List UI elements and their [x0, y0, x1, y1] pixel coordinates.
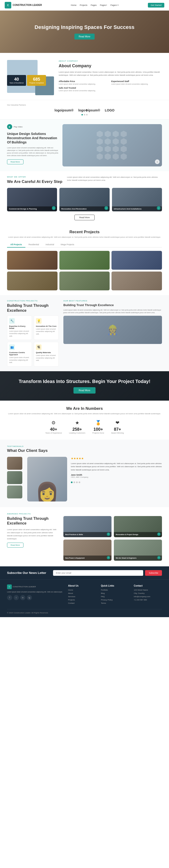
footer-quick-2[interactable]: Blog	[101, 592, 129, 594]
partner-logo-3: LOGO	[105, 108, 114, 112]
offer-grid: Commercial Design & Planning + Renovatio…	[7, 188, 162, 211]
awarded-card-1-btn[interactable]: +	[107, 532, 110, 536]
testimonial-dot-3[interactable]	[76, 482, 78, 483]
footer-bottom: © 2024 Construction Leader. All Rights R…	[7, 609, 162, 614]
number-item-4: ❤ 87+ Award Winning	[111, 420, 124, 434]
footer-contact-1: 123 Street Name	[134, 589, 162, 591]
stat-years: 40 Years of Excellence	[7, 75, 26, 86]
feature-card-4-title: Quality Materials	[36, 351, 57, 353]
hero-cta-button[interactable]: Read More	[74, 34, 94, 39]
footer-contact-email[interactable]: info@company.com	[134, 595, 162, 598]
unique-left: ▶ Play Video Unique Design Solutions Rec…	[7, 124, 59, 166]
nav-home[interactable]: Home	[71, 4, 76, 6]
stat-projects-label: Projects Completed	[29, 82, 44, 84]
number-label-4: Award Winning	[111, 432, 124, 434]
stat-projects: 685 Projects Completed	[27, 75, 46, 86]
logo-text: CONSTRUCTION LEADER	[13, 4, 42, 7]
offer-card-3-btn[interactable]: +	[157, 206, 161, 210]
nav-pages3[interactable]: Pages++	[110, 4, 119, 6]
footer-contact-phone[interactable]: +1 234 567 890	[134, 599, 162, 601]
feature-card-3-icon: 👥	[9, 344, 15, 350]
trust-image: 👷	[63, 316, 162, 344]
social-instagram[interactable]: ig	[27, 595, 32, 600]
awarded-card-2-btn[interactable]: +	[157, 532, 161, 536]
awarded-read-more-button[interactable]: Read More	[7, 542, 24, 548]
social-linkedin[interactable]: in	[20, 595, 25, 600]
footer-logo-text: CONSTRUCTION LEADER	[13, 586, 36, 588]
social-facebook[interactable]: f	[7, 595, 12, 600]
newsletter-subscribe-button[interactable]: Subscribe	[145, 570, 162, 576]
nav-pages[interactable]: Pages	[91, 4, 97, 6]
testimonial-center: 👩	[27, 457, 67, 501]
testimonial-dot-1[interactable]	[71, 482, 72, 483]
testimonial-dot-2[interactable]	[73, 482, 75, 483]
image-nav-arrow[interactable]: ›	[155, 159, 160, 164]
footer-link-5[interactable]: Contact	[68, 602, 96, 604]
trust-left: Construction Projects Building Trust Thr…	[7, 300, 59, 367]
feature-card-3-desc: Lorem ipsum dolor sit amet consectetur a…	[9, 356, 30, 364]
awarded-card-3-overlay: New Power & Equipment	[63, 556, 111, 560]
footer-quick-4[interactable]: Privacy Policy	[101, 599, 129, 601]
tab-mega-projects[interactable]: Mega Projects	[58, 242, 78, 248]
play-button[interactable]: ▶	[7, 124, 12, 129]
social-twitter[interactable]: t	[13, 595, 19, 600]
numbers-heading: We Are In Numbers	[7, 406, 162, 411]
footer-grid: C CONSTRUCTION LEADER Lorem ipsum dolor …	[7, 585, 162, 606]
footer-col-about-links: Home About Services Projects Contact	[68, 589, 96, 604]
nav-pages2[interactable]: Pages+	[100, 4, 107, 6]
offer-card-1: Commercial Design & Planning +	[7, 188, 57, 211]
about-images: 40 Years of Excellence 685 Projects Comp…	[7, 60, 54, 93]
footer-col-about: About Us Home About Services Projects Co…	[68, 585, 96, 606]
trust-right: Our Best Features Building Trust Through…	[63, 300, 162, 367]
testimonial-img-2	[7, 471, 22, 484]
number-item-1: ⚙ 40+ Years of Experience	[45, 420, 62, 434]
number-icon-1: ⚙	[45, 420, 62, 426]
cta-button[interactable]: Read More	[73, 387, 95, 394]
newsletter-heading: Subscribe Our News Letter	[7, 571, 49, 575]
project-item-3	[111, 251, 162, 270]
project-item-4	[7, 272, 58, 290]
awarded-card-4-btn[interactable]: +	[157, 556, 161, 559]
newsletter-email-input[interactable]	[53, 570, 143, 576]
number-label-2: Leading Customers	[69, 432, 85, 434]
footer-quick-3[interactable]: FAQ	[101, 595, 129, 598]
feature-card-4-desc: Lorem ipsum dolor sit amet consectetur a…	[36, 354, 57, 362]
footer-link-3[interactable]: Services	[68, 595, 96, 598]
footer-social: f t in ig	[7, 595, 63, 600]
testimonial-img-3	[7, 486, 22, 498]
testimonial-layout: 👩 ★★★★★ Lorem ipsum dolor sit amet conse…	[7, 457, 162, 501]
testimonial-dot-4[interactable]	[79, 482, 80, 483]
offer-read-more-button[interactable]: Read More	[74, 215, 95, 220]
footer-contact-2: City, Country	[134, 592, 162, 594]
number-val-4: 87+	[111, 427, 124, 432]
awarded-card-3-btn[interactable]: +	[107, 556, 110, 559]
awarded-section: Awarded Projects Building Trust Through …	[0, 507, 169, 566]
project-img-4	[7, 272, 58, 290]
awarded-card-3: New Power & Equipment +	[63, 539, 111, 561]
offer-card-2-title: Renovation And Restoration	[61, 208, 107, 210]
offer-section: What We Offer We Are Careful At Every St…	[0, 171, 169, 225]
logo[interactable]: C CONSTRUCTION LEADER	[5, 2, 42, 8]
footer-link-4[interactable]: Projects	[68, 599, 96, 601]
footer-quick-1[interactable]: Portfolio	[101, 589, 129, 591]
feature-card-2: 💡 Innovation At The Core Lorem ipsum dol…	[34, 315, 59, 340]
tab-all-projects[interactable]: All Projects	[7, 242, 25, 248]
tab-residential[interactable]: Residential	[25, 242, 42, 248]
unique-read-more-button[interactable]: Read More	[7, 159, 24, 164]
offer-card-2-btn[interactable]: +	[104, 206, 108, 210]
unique-right: ›	[62, 124, 162, 166]
feature-card-1-icon: 🔧	[9, 318, 15, 324]
unique-description: Lorem ipsum dolor sit amet consectetur a…	[7, 147, 59, 157]
unique-section: ▶ Play Video Unique Design Solutions Rec…	[0, 119, 169, 171]
nav-projects[interactable]: Projects	[80, 4, 88, 6]
footer-quick-5[interactable]: Terms	[101, 602, 129, 604]
partners-logos: logoipsum® logo⊕ipsum® LOGO	[7, 108, 162, 112]
tab-industrial[interactable]: Industrial	[42, 242, 58, 248]
footer: C CONSTRUCTION LEADER Lorem ipsum dolor …	[0, 580, 169, 617]
footer-link-2[interactable]: About	[68, 592, 96, 594]
nav-cta-button[interactable]: Get Started	[148, 3, 164, 7]
footer-link-1[interactable]: Home	[68, 589, 96, 591]
feature-card-1: 🔧 Expertise In Every Detail Lorem ipsum …	[7, 315, 32, 340]
testimonial-stars: ★★★★★	[71, 457, 162, 460]
awarded-card-3-title: New Power & Equipment	[65, 557, 110, 559]
